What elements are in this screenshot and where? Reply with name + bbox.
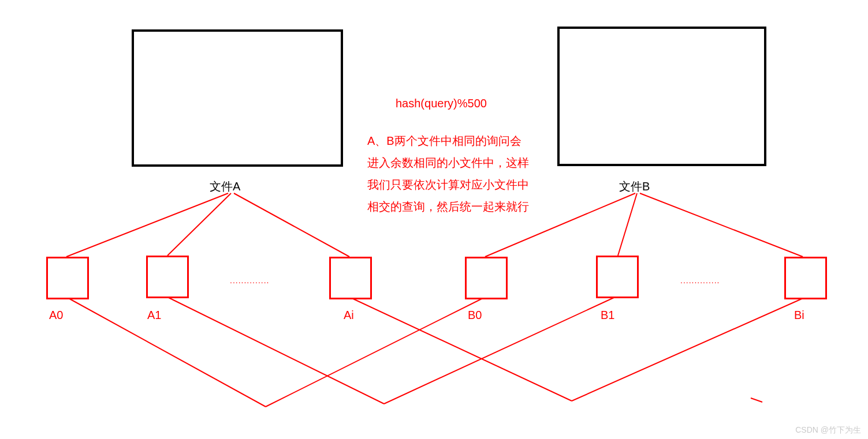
svg-line-10	[349, 297, 572, 401]
subfile-a0-label: A0	[49, 309, 63, 322]
file-a-label: 文件A	[210, 179, 240, 194]
svg-line-6	[66, 297, 266, 407]
explanation-text: A、B两个文件中相同的询问会 进入余数相同的小文件中，这样 我们只要依次计算对应…	[367, 130, 529, 217]
subfile-ai-label: Ai	[344, 309, 354, 322]
subfile-a1-label: A1	[147, 309, 161, 322]
svg-line-9	[384, 297, 615, 404]
svg-line-1	[167, 193, 231, 256]
svg-line-4	[618, 193, 637, 256]
watermark: CSDN @竹下为生	[795, 425, 861, 436]
subfile-b0-label: B0	[468, 309, 482, 322]
subfile-b0-box	[465, 257, 508, 299]
file-a-box	[132, 29, 343, 167]
subfile-bi-box	[784, 257, 827, 299]
subfile-bi-label: Bi	[794, 309, 804, 322]
subfile-ai-box	[329, 257, 372, 299]
subfile-b1-label: B1	[601, 309, 614, 322]
file-b-box	[557, 27, 766, 166]
ellipsis-a: ..............	[230, 276, 269, 285]
subfile-a0-box	[46, 257, 89, 299]
svg-line-5	[640, 193, 803, 257]
hash-formula: hash(query)%500	[396, 92, 487, 114]
svg-line-12	[751, 398, 762, 402]
svg-line-0	[66, 193, 228, 257]
ellipsis-b: ..............	[680, 276, 720, 285]
subfile-b1-box	[596, 256, 639, 298]
svg-line-7	[266, 297, 485, 407]
file-b-label: 文件B	[619, 179, 650, 194]
svg-line-2	[234, 193, 349, 257]
subfile-a1-box	[146, 256, 189, 298]
